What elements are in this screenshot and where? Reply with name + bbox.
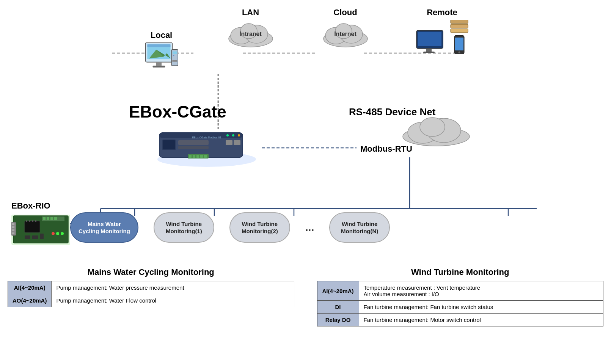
- svg-rect-36: [451, 20, 468, 24]
- svg-rect-71: [12, 232, 14, 234]
- wind-table-group: Wind Turbine Monitoring AI(4~20mA)Temper…: [317, 267, 604, 326]
- top-row: Local LAN: [0, 8, 611, 73]
- svg-rect-73: [26, 220, 27, 222]
- table-val-cell: Fan turbine management: Motor switch con…: [359, 314, 603, 326]
- svg-point-41: [458, 52, 460, 53]
- svg-rect-81: [54, 217, 57, 220]
- table-row: Relay DOFan turbine management: Motor sw…: [317, 314, 603, 326]
- tables-section: Mains Water Cycling Monitoring AI(4~20mA…: [8, 267, 603, 326]
- wind-table-title: Wind Turbine Monitoring: [317, 267, 604, 277]
- svg-rect-17: [147, 44, 170, 47]
- svg-rect-51: [178, 146, 209, 149]
- intranet-cloud: Intranet: [226, 20, 275, 48]
- mains-table: AI(4~20mA)Pump management: Water pressur…: [8, 281, 294, 307]
- svg-rect-78: [43, 217, 46, 220]
- lan-node: LAN Intranet: [226, 8, 275, 48]
- svg-rect-55: [189, 155, 192, 158]
- svg-rect-69: [12, 226, 14, 228]
- svg-rect-75: [32, 220, 33, 222]
- svg-rect-23: [172, 60, 177, 62]
- table-row: AI(4~20mA)Pump management: Water pressur…: [8, 281, 294, 294]
- capsule-wind-n: Wind Turbine Monitoring(N): [329, 212, 390, 243]
- internet-cloud: Internet: [321, 20, 370, 48]
- svg-point-45: [226, 134, 229, 136]
- svg-rect-18: [156, 62, 161, 66]
- capsule-mains-water: Mains Water Cycling Monitoring: [70, 212, 138, 243]
- remote-node: Remote: [416, 8, 469, 54]
- svg-rect-49: [163, 140, 175, 149]
- cloud-node: Cloud Internet: [321, 8, 370, 48]
- bottom-nodes: Mains Water Cycling Monitoring Wind Turb…: [70, 212, 390, 243]
- capsule-wind-1: Wind Turbine Monitoring(1): [154, 212, 214, 243]
- lan-label: LAN: [242, 8, 259, 17]
- intranet-label: Intranet: [239, 31, 262, 38]
- table-row: DIFan turbine management: Fan turbine sw…: [317, 301, 603, 314]
- dots-separator: ...: [305, 221, 314, 234]
- table-key-cell: AI(4~20mA): [317, 281, 359, 301]
- table-val-cell: Temperature measurement : Vent temperatu…: [359, 281, 603, 301]
- svg-point-46: [232, 134, 234, 136]
- internet-label: Internet: [334, 31, 357, 38]
- svg-rect-70: [12, 229, 14, 231]
- svg-rect-35: [423, 52, 435, 53]
- svg-rect-79: [47, 217, 49, 220]
- table-val-cell: Pump management: Water pressure measurem…: [52, 281, 294, 294]
- table-row: AI(4~20mA)Temperature measurement : Vent…: [317, 281, 603, 301]
- svg-rect-37: [451, 24, 468, 28]
- capsule-wind-2: Wind Turbine Monitoring(2): [229, 212, 290, 243]
- diagram: Local LAN: [0, 0, 611, 364]
- svg-point-47: [238, 134, 240, 136]
- svg-text:EBox-CGate-Modbus-01: EBox-CGate-Modbus-01: [192, 136, 221, 139]
- svg-point-86: [56, 232, 59, 235]
- svg-rect-58: [200, 155, 203, 158]
- table-key-cell: Relay DO: [317, 314, 359, 326]
- svg-rect-19: [152, 66, 165, 67]
- remote-monitor-icon: [416, 30, 446, 54]
- cloud-label: Cloud: [333, 8, 357, 17]
- local-node: Local: [143, 30, 181, 73]
- svg-point-85: [52, 232, 55, 235]
- svg-point-87: [61, 232, 64, 235]
- svg-rect-83: [32, 235, 38, 239]
- svg-rect-40: [455, 38, 463, 50]
- ebox-rio-label: EBox-RIO: [11, 201, 70, 211]
- svg-rect-82: [25, 235, 30, 239]
- svg-point-22: [173, 55, 174, 56]
- svg-rect-38: [451, 29, 468, 33]
- mains-table-title: Mains Water Cycling Monitoring: [8, 267, 294, 277]
- svg-rect-74: [29, 220, 30, 222]
- svg-rect-80: [50, 217, 53, 220]
- table-val-cell: Pump management: Water Flow control: [52, 294, 294, 307]
- svg-rect-72: [25, 221, 40, 232]
- svg-rect-50: [178, 140, 209, 145]
- svg-rect-53: [234, 140, 240, 145]
- svg-rect-34: [426, 49, 432, 52]
- table-val-cell: Fan turbine management: Fan turbine swit…: [359, 301, 603, 314]
- mains-water-table-group: Mains Water Cycling Monitoring AI(4~20mA…: [8, 267, 294, 326]
- svg-rect-84: [40, 234, 44, 239]
- ebox-cgate-label: EBox-CGate: [129, 102, 226, 121]
- rs485-cloud: [398, 114, 474, 149]
- svg-rect-57: [196, 155, 199, 158]
- ebox-rio-icon: [11, 213, 70, 247]
- ebox-rio-group: EBox-RIO: [11, 201, 70, 248]
- table-key-cell: AO(4~20mA): [8, 294, 52, 307]
- phone-icon: [454, 35, 465, 54]
- pc-icon: [143, 42, 181, 73]
- remote-label: Remote: [427, 8, 457, 17]
- table-key-cell: DI: [317, 301, 359, 314]
- svg-rect-56: [193, 155, 195, 158]
- svg-rect-52: [226, 140, 232, 145]
- wind-table: AI(4~20mA)Temperature measurement : Vent…: [317, 281, 604, 326]
- remote-icons: [416, 20, 469, 54]
- svg-rect-59: [204, 155, 207, 158]
- local-label: Local: [151, 30, 172, 40]
- svg-point-64: [420, 118, 445, 136]
- ebox-device: EBox-CGate-Modbus-01: [152, 125, 262, 168]
- svg-rect-33: [418, 32, 441, 46]
- svg-rect-21: [173, 52, 177, 55]
- table-key-cell: AI(4~20mA): [8, 281, 52, 294]
- svg-rect-68: [12, 223, 14, 225]
- server-icon: [450, 20, 469, 33]
- svg-rect-76: [35, 220, 36, 222]
